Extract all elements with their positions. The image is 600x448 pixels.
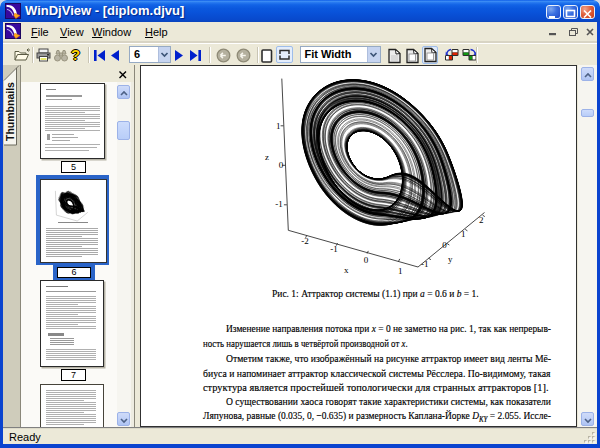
svg-text:-1: -1 <box>421 259 429 269</box>
svg-text:z: z <box>265 152 269 162</box>
svg-text:0: 0 <box>364 255 369 265</box>
svg-text:-1: -1 <box>330 244 338 254</box>
svg-text:1: 1 <box>398 266 403 276</box>
svg-text:y: y <box>448 254 453 264</box>
svg-text:1: 1 <box>276 121 281 131</box>
svg-text:2: 2 <box>479 215 484 225</box>
svg-text:0: 0 <box>279 160 284 170</box>
svg-text:0: 0 <box>442 240 447 250</box>
svg-text:-1: -1 <box>275 199 283 209</box>
svg-text:1: 1 <box>461 229 466 239</box>
svg-text:-2: -2 <box>301 236 309 246</box>
svg-text:x: x <box>344 265 349 275</box>
svg-text:Thumbnails: Thumbnails <box>4 82 16 141</box>
